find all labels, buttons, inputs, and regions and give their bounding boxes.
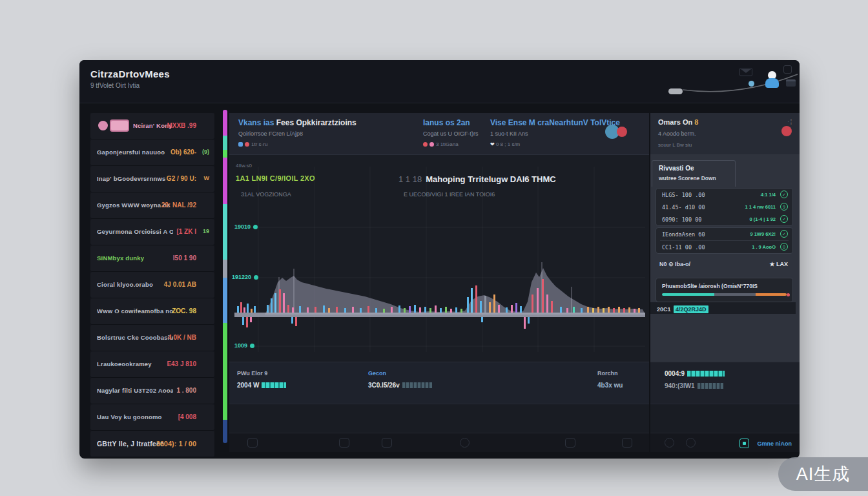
column1-title: Fees Opkkirarztzioins [276,118,356,127]
stat-block: 0004:9 940:(3IW1 [665,370,725,389]
price-chart [229,155,649,362]
window-icon[interactable] [783,65,792,74]
placeholder-icon[interactable] [665,438,674,448]
placeholder-icon[interactable] [382,438,392,448]
item-label: SINMbyx dunky [97,254,144,262]
sidebar-item[interactable]: Nciran' Kony MXXB .99 [90,113,214,140]
overflow-menu-icon[interactable]: ∙¦ [787,118,793,125]
item-label: GBttY Ile, J Itratfeec [97,440,164,448]
row-value-left: IEondaAsen 60 [662,231,705,238]
sidebar-item[interactable]: Bolsrtruc Cke Cooobasiu lyo 4 0K / NB [90,325,214,351]
detail-tab-title: Rivvasti Oe [659,165,728,172]
table-row[interactable]: IEondaAsen 60 9 1W9 6X2! ✓ [656,228,792,240]
item-label: Bolsrtruc Cke Cooobasiu lyo [97,334,173,341]
row-value-left: 41.45- d10 00 [662,204,705,211]
stat-value: 0004:9 [665,370,685,377]
y-axis-label: 191220 [232,274,258,280]
sidebar-item[interactable]: Cioral klyoo.orabo 4J 0.01 AB [90,272,214,298]
progress-bar [662,293,787,296]
sidebar-item[interactable]: Gaponjeursfui nauuoo Ob) 620- (9) [90,140,214,166]
y-axis-label: 1009 [234,342,254,349]
header-column-1[interactable]: Vkans ias Fees Opkkirarztzioins Qoiriorr… [238,118,356,147]
row-value-right: 9 1W9 6X2! [750,231,776,237]
item-value: 3604): 1 / 00 [156,440,196,448]
progress-end-dot [787,293,790,296]
row-value-left: HLGS- 100 .00 [662,192,705,198]
sidebar-item-selected[interactable]: SINMbyx dunky I50 1 90 [90,245,214,272]
red-dot-icon [245,142,249,147]
table-row[interactable]: 6090: 100 00 0 (1-4 | 1 92 ✓ [656,213,792,225]
item-avatar-icon [98,121,108,130]
value-highlight [698,383,723,389]
status-badge: 9 [780,203,788,211]
right-header: Omars On 8 4 Aoodo berm. souur L Bw siu … [650,113,800,155]
placeholder-icon[interactable] [686,438,696,448]
right-meta: souur L Bw siu [658,142,692,148]
right-title-badge: 8 [694,118,698,126]
sidebar-item[interactable]: GBttY Ile, J Itratfeec 3604): 1 / 00 [90,431,214,457]
status-circle-red [781,126,792,136]
right-body: Rivvasti Oe wutree Scorene Down HLGS- 10… [650,155,800,362]
guide-icon [739,439,749,448]
right-stats-band: 0004:9 940:(3IW1 [650,362,800,404]
right-panel: Omars On 8 4 Aoodo berm. souur L Bw siu … [650,113,800,452]
progress-title: PhusmobSlte /aiorosh (OmisN°770IS [656,278,792,293]
pink-dot-icon [429,142,434,147]
stat-label: Gecon [368,370,432,377]
stat-block: Gecon 3C0.I5/26v [368,370,432,389]
item-value: ZOC. 98 [172,307,196,315]
row-value-right: 0 (1-4 | 1 92 [750,216,776,222]
row-value-right: 4:1 1/4 [761,192,776,198]
highlighted-link-row[interactable]: 20C1 4/2Q2RJ4D [650,302,796,314]
link-text: 4/2Q2RJ4D [674,305,708,313]
placeholder-icon[interactable] [247,438,258,448]
app-window: CitrzaDrtovMees 9 tfVolet Oirt Ivtia Nci… [79,60,800,459]
item-value: 4 0K / NB [168,334,196,341]
column2-meta: 3 1tiGana [436,141,459,147]
sidebar-item[interactable]: Gygzos WWW woyna os 29: NAL /92 [90,192,214,219]
placeholder-icon[interactable] [339,438,349,448]
summary-row[interactable]: N0 ⊙ Iba-o/ ★ LAX [656,258,793,271]
status-badge: 0 [780,243,788,251]
column1-meta: 1tr s-ru [251,141,267,147]
summary-value: ★ LAX [769,261,788,267]
main-footer-bar [229,433,649,452]
printer-icon[interactable] [786,79,796,87]
ai-watermark: AI生成 [778,457,868,491]
table-row[interactable]: 41.45- d10 00 1 1 4 nw 6011 9 [656,201,792,213]
item-label: Inap' bGoodevrsrnnws [97,175,166,182]
table-row[interactable]: HLGS- 100 .00 4:1 1/4 ✓ [656,189,792,201]
mail-icon[interactable] [739,68,752,76]
chart-area: 4IIw.s0 1A1 LN9I C/9/IOIL 2XO 31AL VOGZI… [229,155,649,362]
table-row[interactable]: CC1-11 00 .00 1 . 9 AooO 0 [656,241,792,253]
header-column-2[interactable]: Ianus os 2an Cogat us U OIGF-t)rs 3 1tiG… [423,118,479,147]
item-value: E43 J 810 [167,360,196,367]
placeholder-icon[interactable] [565,438,575,448]
header-column-3[interactable]: Vise Ense M craNearhtunV TolVtice 1 suo-… [490,118,620,147]
sidebar-item[interactable]: Geyurmona Orcioissi A O Un [1 ZK I 19 [90,219,214,245]
item-label: Nagylar filti U3T202 Aooak [97,387,173,394]
notification-dot [749,81,754,87]
sidebar-item[interactable]: Lraukoeookramey E43 J 810 [90,351,214,378]
sidebar-item[interactable]: Www O cowifeamofba no ZOC. 98 [90,298,214,325]
avatar[interactable] [765,71,780,88]
guide-link[interactable]: Gmne niAon [739,437,792,449]
item-label: Geyurmona Orcioissi A O Un [97,228,173,235]
sidebar-item[interactable]: Uau Voy ku goonomo [4 008 [90,404,214,431]
detail-tab[interactable]: Rivvasti Oe wutree Scorene Down [652,160,736,187]
detail-table-card: HLGS- 100 .00 4:1 1/4 ✓ 41.45- d10 00 1 … [656,188,793,226]
item-value: I50 1 90 [173,254,196,262]
slider-pill[interactable] [668,88,683,94]
sidebar-item[interactable]: Nagylar filti U3T202 Aooak 1 . 800 [90,378,214,404]
detail-tab-subtitle: wutree Scorene Down [659,175,728,181]
sidebar-item[interactable]: Inap' bGoodevrsrnnws G2 / 90 U: W [90,166,214,192]
stat-value: 940:(3IW1 [665,382,695,389]
column3-title: Vise Ense M craNearhtunV TolVtice [490,118,620,127]
placeholder-icon[interactable] [622,438,632,448]
placeholder-icon[interactable] [460,438,470,448]
right-title: Omars On [658,118,694,126]
detail-table-card-2: IEondaAsen 60 9 1W9 6X2! ✓ CC1-11 00 .00… [656,227,793,254]
item-label: Www O cowifeamofba no [97,307,173,315]
item-label: Gygzos WWW woyna os [97,202,170,209]
item-value: Ob) 620- [170,149,196,156]
